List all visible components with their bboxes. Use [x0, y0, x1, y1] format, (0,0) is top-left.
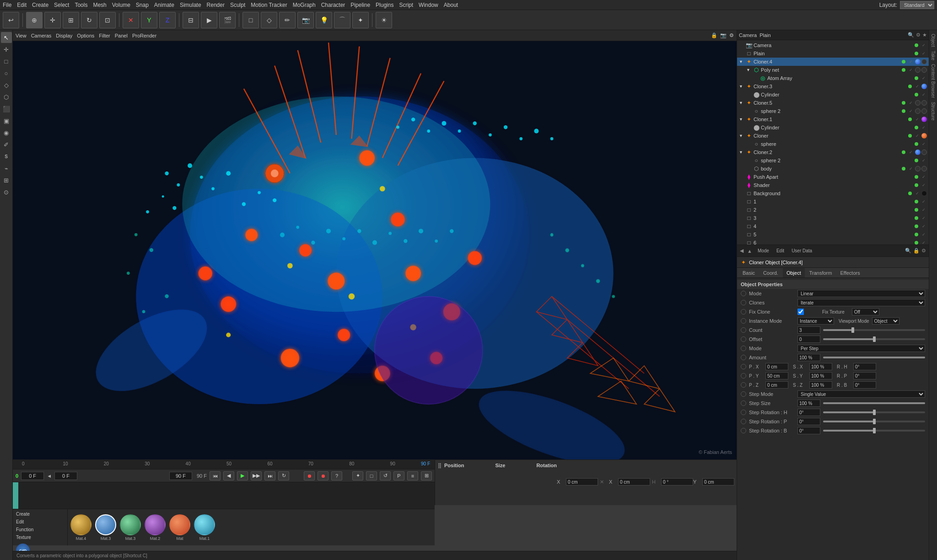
start-frame-input[interactable] [21, 472, 44, 480]
prop-rb-input[interactable] [853, 381, 876, 389]
rs-tab-structure[interactable]: Structure [930, 100, 937, 123]
mat-tab-edit[interactable]: Edit [14, 518, 66, 525]
obj-row-plain[interactable]: □ Plain ✓ [737, 49, 929, 58]
end-frame-input[interactable] [169, 472, 192, 480]
menu-plugins[interactable]: Plugins [376, 2, 393, 8]
render-picture-button[interactable]: 🎬 [219, 12, 236, 28]
obj-row-sphere2b[interactable]: ○ sphere 2 ✓ [737, 156, 929, 165]
x-axis-button[interactable]: ✕ [123, 12, 139, 28]
obj-row-sphere2a[interactable]: ○ sphere 2 ✓ [737, 107, 929, 115]
prop-sx-input[interactable] [809, 363, 832, 370]
attr-search-icon[interactable]: 🔍 [905, 248, 911, 254]
mat-tab-function[interactable]: Function [14, 526, 66, 533]
attr-settings-icon[interactable]: ⚙ [921, 248, 926, 254]
menu-sculpt[interactable]: Sculpt [230, 2, 245, 8]
tool-s[interactable]: S [1, 151, 12, 162]
menu-animate[interactable]: Animate [154, 2, 174, 8]
prop-sy-input[interactable] [809, 372, 832, 379]
z-axis-button[interactable]: Z [159, 12, 176, 28]
obj-effector-button[interactable]: ✦ [352, 12, 369, 28]
prop-viewportmode-select[interactable]: Object [872, 317, 899, 325]
attr-tab-transform[interactable]: Transform [806, 268, 836, 277]
prop-instancemode-select[interactable]: Instance [797, 317, 834, 325]
tool-pen[interactable]: ✐ [1, 139, 12, 150]
obj-light-button[interactable]: 💡 [316, 12, 332, 28]
prev-frame-button[interactable]: ◀ [223, 471, 234, 480]
vp-tab-display[interactable]: Display [56, 33, 72, 38]
menu-mesh[interactable]: Mesh [93, 2, 106, 8]
prop-py-input[interactable] [765, 372, 788, 379]
prop-steprot-p-input[interactable] [797, 418, 820, 425]
vp-icon-settings[interactable]: ⚙ [729, 32, 734, 38]
obj-toolbar-search-icon[interactable]: 🔍 [908, 32, 914, 38]
attr-tab-mode[interactable]: Mode [756, 247, 771, 254]
obj-toolbar-camera[interactable]: Camera [739, 32, 757, 38]
prop-clones-select[interactable]: Iterate [797, 299, 925, 306]
mat-tab-texture[interactable]: Texture [14, 534, 66, 541]
prop-rh-input[interactable] [853, 363, 876, 370]
tool-brush[interactable]: ⬡ [1, 91, 12, 102]
tool-cube[interactable]: ▣ [1, 115, 12, 126]
menu-script[interactable]: Script [399, 2, 413, 8]
render-region-button[interactable]: ⊟ [183, 12, 199, 28]
render-frame-button[interactable]: ▶ [201, 12, 217, 28]
prop-stepmode-select[interactable]: Single Value [797, 390, 925, 398]
obj-toolbar-plain[interactable]: Plain [759, 32, 770, 38]
keyframe-box-button[interactable]: □ [366, 471, 377, 480]
obj-row-3[interactable]: □ 3 ✓ [737, 214, 929, 222]
prop-count-input[interactable] [797, 326, 820, 334]
obj-row-sphere1[interactable]: ○ sphere ✓ [737, 140, 929, 148]
light-button2[interactable]: ☀ [376, 12, 392, 28]
obj-row-camera[interactable]: 📷 Camera ✓ [737, 41, 929, 49]
obj-row-cylinder1[interactable]: ⬤ Cylinder ✓ [737, 91, 929, 99]
pos-y-input[interactable] [702, 478, 734, 485]
obj-poly-button[interactable]: ◇ [261, 12, 277, 28]
material-item-mat2[interactable]: Mat.2 [145, 514, 166, 541]
obj-row-1[interactable]: □ 1 ✓ [737, 197, 929, 206]
record-auto-button[interactable]: ⏺ [318, 471, 328, 480]
markers-button[interactable]: P [393, 471, 404, 480]
rs-tab-object[interactable]: Object [930, 32, 937, 49]
obj-deform-button[interactable]: ⌒ [334, 12, 350, 28]
obj-toolbar-bookmark-icon[interactable]: ★ [922, 32, 927, 38]
attr-tab-effectors[interactable]: Effectors [836, 268, 863, 277]
obj-camera-button[interactable]: 📷 [297, 12, 314, 28]
goto-start-button[interactable]: ⏮ [210, 471, 221, 480]
vp-tab-cameras[interactable]: Cameras [31, 33, 52, 38]
prop-pz-input[interactable] [765, 381, 788, 389]
prop-amount-track[interactable] [823, 357, 925, 358]
mat-tab-create[interactable]: Create [14, 511, 66, 517]
obj-spline-button[interactable]: ✏ [279, 12, 296, 28]
menu-file[interactable]: File [3, 2, 11, 8]
prop-offset-track[interactable] [823, 338, 925, 340]
attr-tab-edit[interactable]: Edit [775, 247, 786, 254]
keyframe-loop-button[interactable]: ↺ [380, 471, 391, 480]
rs-tab-take[interactable]: Take [930, 49, 937, 62]
obj-null-button[interactable]: □ [242, 12, 259, 28]
menu-volume[interactable]: Volume [112, 2, 130, 8]
tool-box[interactable]: □ [1, 56, 12, 67]
obj-row-6[interactable]: □ 6 ✓ [737, 239, 929, 245]
prop-stepsize-track[interactable] [823, 402, 925, 404]
prop-mode-select[interactable]: Linear [797, 290, 925, 297]
size-x-input[interactable] [618, 478, 650, 485]
obj-row-polynet[interactable]: ▼ ⬡ Poly net ✓ [737, 66, 929, 74]
prop-steprot-h-input[interactable] [797, 409, 820, 416]
material-item-mat4[interactable]: Mat.4 [70, 514, 92, 541]
vp-tab-view[interactable]: View [16, 33, 27, 38]
tool-select[interactable]: ↖ [1, 32, 12, 43]
rot-h-input[interactable] [661, 478, 693, 485]
menu-snap[interactable]: Snap [136, 2, 149, 8]
material-item-mat1[interactable]: Mat.1 [194, 514, 215, 541]
menu-tools[interactable]: Tools [75, 2, 87, 8]
tool-move[interactable]: ✛ [1, 44, 12, 55]
obj-row-cloner2[interactable]: ▼ ✦ Cloner.2 ✓ [737, 148, 929, 156]
menu-create[interactable]: Create [32, 2, 48, 8]
play-button[interactable]: ▶ [237, 471, 248, 480]
live-select-button[interactable]: ⊕ [26, 12, 43, 28]
attr-tab-basic[interactable]: Basic [739, 268, 759, 277]
obj-row-2[interactable]: □ 2 ✓ [737, 206, 929, 214]
obj-row-atomarray[interactable]: ◎ Atom Array ✓ [737, 74, 929, 82]
vp-tab-options[interactable]: Options [77, 33, 94, 38]
attr-back-icon[interactable]: ◀ [740, 248, 743, 254]
